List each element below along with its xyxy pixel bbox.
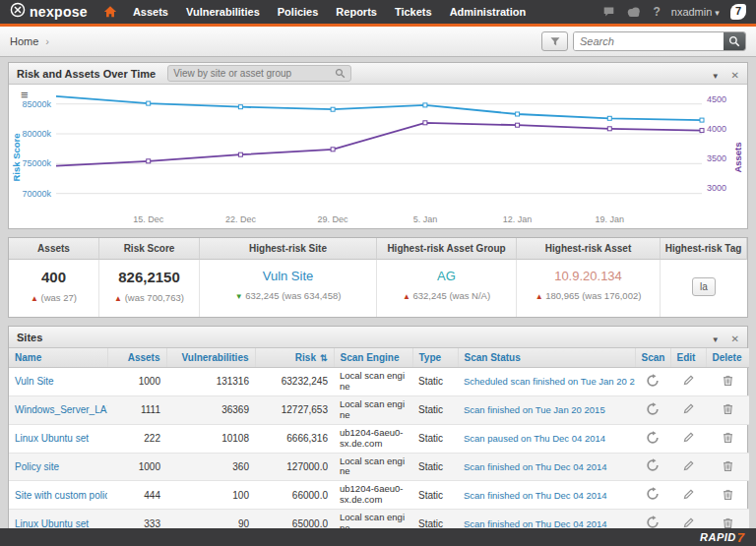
site-type: Static: [412, 395, 458, 424]
summary-header-highest-risk-asset: Highest-risk Asset: [517, 238, 661, 260]
site-vulnerabilities: 90: [166, 510, 255, 528]
feedback-bubble-icon[interactable]: [602, 6, 615, 18]
site-assets: 222: [107, 424, 166, 453]
collapse-panel-icon[interactable]: [712, 66, 720, 82]
highest-risk-asset-link[interactable]: 10.9.20.134: [521, 269, 656, 283]
breadcrumb[interactable]: Home: [10, 35, 49, 47]
sites-panel: Sites Name Assets Vulnerabilities Risk S…: [8, 326, 748, 528]
site-name-link[interactable]: Linux Ubuntu set: [15, 433, 89, 444]
risk-score-value: 826,2150: [103, 269, 195, 285]
col-scan-status[interactable]: Scan Status: [458, 348, 635, 368]
close-panel-icon[interactable]: [731, 66, 739, 82]
collapse-panel-icon[interactable]: [712, 330, 720, 345]
edit-button[interactable]: [682, 488, 695, 501]
risk-score-delta: (was 700,763): [125, 292, 184, 303]
delete-button[interactable]: [722, 374, 734, 387]
highest-risk-site-link[interactable]: Vuln Site: [204, 269, 372, 283]
site-scan-engine: Local scan engine: [334, 453, 412, 481]
scan-button[interactable]: [646, 402, 660, 416]
user-name: nxadmin: [671, 6, 713, 18]
site-name-link[interactable]: Policy site: [15, 461, 59, 472]
delete-button[interactable]: [722, 402, 734, 415]
site-name-link[interactable]: Windows_Server_LAX: [15, 404, 107, 415]
edit-button[interactable]: [682, 431, 695, 444]
scan-status-link[interactable]: Scan finished on Thu Dec 04 2014: [464, 490, 607, 501]
close-panel-icon[interactable]: [731, 330, 739, 345]
col-scan-engine[interactable]: Scan Engine: [334, 348, 412, 368]
col-assets[interactable]: Assets: [107, 348, 166, 368]
risk-tag-badge[interactable]: la: [692, 277, 716, 296]
col-vulnerabilities[interactable]: Vulnerabilities: [166, 348, 255, 368]
svg-text:3500: 3500: [707, 153, 726, 163]
col-name[interactable]: Name: [9, 348, 107, 368]
svg-text:Assets: Assets: [732, 142, 743, 172]
svg-text:29. Dec: 29. Dec: [318, 214, 349, 224]
breadcrumb-bar: Home: [0, 27, 756, 57]
help-icon[interactable]: ?: [653, 5, 660, 19]
chart-menu-icon[interactable]: [21, 89, 28, 101]
refresh-icon: [646, 374, 660, 388]
highest-risk-asset-group-delta: 632,245 (was N/A): [412, 290, 490, 301]
scan-button[interactable]: [646, 374, 660, 388]
breadcrumb-home[interactable]: Home: [10, 35, 38, 47]
trash-icon: [722, 488, 734, 501]
edit-button[interactable]: [682, 402, 695, 415]
nav-item-vulnerabilities[interactable]: Vulnerabilities: [186, 6, 260, 18]
global-search-input[interactable]: [574, 32, 724, 50]
delete-button[interactable]: [722, 516, 734, 528]
svg-text:5. Jan: 5. Jan: [413, 214, 438, 224]
delete-button[interactable]: [722, 488, 734, 501]
scan-status-link[interactable]: Scan finished on Thu Dec 04 2014: [464, 461, 607, 472]
edit-button[interactable]: [682, 516, 695, 528]
nav-item-reports[interactable]: Reports: [336, 6, 377, 18]
search-icon: [335, 68, 346, 79]
nexpose-logo[interactable]: nexpose: [10, 2, 88, 22]
chart-filter-input[interactable]: [173, 68, 331, 79]
site-type: Static: [412, 424, 458, 453]
global-search-area: [541, 31, 746, 51]
svg-text:70000k: 70000k: [22, 189, 51, 199]
nav-item-tickets[interactable]: Tickets: [395, 6, 432, 18]
home-icon[interactable]: [103, 5, 117, 19]
site-name-link[interactable]: Vuln Site: [15, 376, 54, 387]
svg-text:75000k: 75000k: [22, 158, 51, 168]
site-row: Site with custom policy 444 100 66000.0 …: [9, 481, 749, 510]
col-risk[interactable]: Risk: [255, 348, 334, 368]
scan-button[interactable]: [646, 487, 660, 501]
scan-status-link[interactable]: Scheduled scan finished on Tue Jan 20 20…: [464, 376, 635, 387]
delete-button[interactable]: [722, 459, 734, 472]
site-assets: 333: [107, 510, 166, 528]
nav-item-assets[interactable]: Assets: [133, 6, 168, 18]
site-vulnerabilities: 36369: [166, 395, 255, 424]
search-icon: [728, 35, 740, 47]
scan-button[interactable]: [646, 458, 660, 472]
scan-button[interactable]: [646, 516, 660, 528]
rapid7-logo[interactable]: 7: [730, 4, 746, 20]
site-name-link[interactable]: Linux Ubuntu set: [15, 518, 89, 528]
svg-text:80000k: 80000k: [22, 129, 51, 139]
user-menu[interactable]: nxadmin: [671, 6, 720, 18]
cloud-icon[interactable]: [626, 7, 642, 18]
delete-button[interactable]: [722, 431, 734, 444]
search-options-button[interactable]: [541, 31, 568, 51]
site-assets: 1111: [107, 395, 166, 424]
scan-status-link[interactable]: Scan finished on Tue Jan 20 2015: [464, 404, 605, 415]
site-name-link[interactable]: Site with custom policy: [15, 490, 107, 501]
scan-button[interactable]: [646, 431, 660, 445]
trash-icon: [722, 402, 734, 415]
highest-risk-asset-group-link[interactable]: AG: [381, 269, 512, 283]
trash-icon: [722, 431, 734, 444]
edit-button[interactable]: [682, 459, 695, 472]
search-button[interactable]: [724, 32, 745, 50]
col-delete: Delete: [706, 348, 749, 368]
site-scan-engine: Local scan engine: [334, 368, 412, 396]
site-row: Windows_Server_LAX 1111 36369 12727,653 …: [9, 395, 749, 424]
scan-status-link[interactable]: Scan finished on Thu Dec 04 2014: [464, 518, 607, 528]
trend-up-icon: ▲: [31, 294, 38, 303]
nav-item-policies[interactable]: Policies: [278, 6, 319, 18]
scan-status-link[interactable]: Scan paused on Thu Dec 04 2014: [464, 433, 605, 444]
edit-button[interactable]: [682, 374, 695, 387]
sort-icon[interactable]: [316, 352, 328, 363]
nav-item-administration[interactable]: Administration: [450, 6, 527, 18]
col-type[interactable]: Type: [412, 348, 458, 368]
